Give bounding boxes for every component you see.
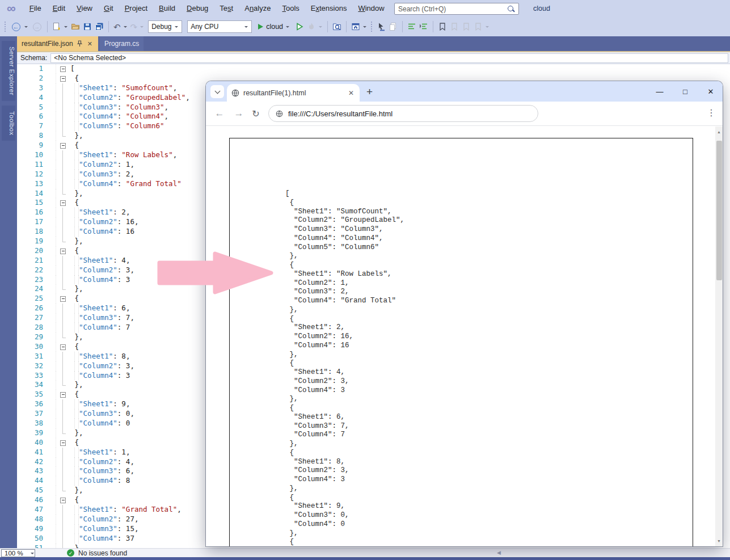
- json-line: "Sheet1": 9,: [285, 502, 404, 511]
- hscroll-left-arrow-icon[interactable]: ◀: [497, 550, 501, 555]
- browser-tab[interactable]: resultantFile(1).html ✕: [227, 84, 360, 102]
- fold-toggle-icon[interactable]: [56, 64, 70, 74]
- menu-view[interactable]: View: [71, 0, 98, 17]
- fold-toggle-icon[interactable]: [56, 390, 70, 399]
- close-tab-icon[interactable]: ✕: [347, 89, 355, 97]
- json-line: {: [285, 359, 404, 368]
- save-all-icon[interactable]: [95, 22, 104, 31]
- tab-program-cs[interactable]: Program.cs: [100, 36, 144, 51]
- reload-button[interactable]: ↻: [250, 108, 261, 119]
- new-window-icon[interactable]: [351, 22, 360, 31]
- fold-toggle-icon[interactable]: [56, 495, 70, 505]
- forward-button[interactable]: →: [233, 108, 244, 119]
- menu-edit[interactable]: Edit: [47, 0, 71, 17]
- search-input[interactable]: [398, 5, 507, 13]
- document-health-icon[interactable]: ✓: [67, 549, 74, 557]
- line-number: 40: [17, 438, 51, 448]
- toolbar-grip-handle[interactable]: [5, 22, 6, 32]
- fold-toggle-icon[interactable]: [56, 198, 70, 208]
- fold-connector: [56, 361, 70, 371]
- line-number: 7: [17, 121, 51, 131]
- fold-connector: [56, 544, 70, 548]
- chevron-down-icon[interactable]: [363, 26, 366, 30]
- line-number: 31: [17, 352, 51, 361]
- scrollbar-thumb[interactable]: [716, 141, 722, 280]
- code-text: "Column2": 4,: [70, 457, 134, 467]
- browser-menu-icon[interactable]: ⋮: [707, 107, 716, 118]
- bookmark-icon[interactable]: [438, 22, 447, 31]
- schema-select[interactable]: <No Schema Selected>: [50, 53, 728, 63]
- code-text: "Column4": 0: [70, 419, 130, 428]
- menu-window[interactable]: Window: [352, 0, 390, 17]
- address-bar[interactable]: file:///C:/Users/resultantFile.html: [268, 105, 538, 122]
- menu-debug[interactable]: Debug: [181, 0, 214, 17]
- quick-search-box[interactable]: [394, 3, 519, 15]
- menu-build[interactable]: Build: [153, 0, 181, 17]
- line-number: 16: [17, 208, 51, 217]
- maximize-button[interactable]: □: [681, 87, 689, 96]
- format-document-icon[interactable]: [407, 22, 416, 31]
- menu-test[interactable]: Test: [214, 0, 239, 17]
- toolbar-grip-handle[interactable]: [371, 22, 373, 32]
- fold-toggle-icon[interactable]: [56, 74, 70, 83]
- find-in-files-icon[interactable]: [332, 22, 341, 31]
- toolbar-separator: [402, 21, 403, 32]
- menu-extensions[interactable]: Extensions: [305, 0, 353, 17]
- line-number: 26: [17, 304, 51, 313]
- menu-analyze[interactable]: Analyze: [239, 0, 276, 17]
- minimize-button[interactable]: —: [656, 87, 664, 96]
- sidebar-tab-toolbox[interactable]: Toolbox: [2, 106, 15, 141]
- menu-tools[interactable]: Tools: [276, 0, 305, 17]
- code-text: "Sheet1": 2,: [70, 208, 130, 217]
- close-button[interactable]: ✕: [707, 87, 715, 96]
- chevron-down-icon[interactable]: [124, 26, 127, 30]
- json-line: "Sheet1": 2,: [285, 323, 404, 332]
- close-tab-icon[interactable]: ✕: [86, 40, 94, 48]
- menu-project[interactable]: Project: [119, 0, 153, 17]
- vs-toolbar: ← → ↶ ↷ Debug Any CPU: [0, 17, 730, 36]
- chevron-down-icon[interactable]: [24, 26, 28, 30]
- start-debug-button[interactable]: cloud: [256, 20, 292, 33]
- zoom-select[interactable]: 100 %: [1, 549, 35, 557]
- tab-resultantfile-json[interactable]: resultantFile.json ✕: [17, 36, 98, 51]
- undo-icon[interactable]: ↶: [113, 23, 121, 31]
- line-number: 9: [17, 141, 51, 150]
- search-icon[interactable]: [507, 5, 515, 13]
- fold-toggle-icon[interactable]: [56, 294, 70, 304]
- code-text: "Column4": 7: [70, 323, 130, 332]
- back-button[interactable]: ←: [214, 108, 225, 119]
- sidebar-tab-server-explorer[interactable]: Server Explorer: [2, 41, 15, 101]
- json-line: },: [285, 395, 404, 404]
- code-text: },: [70, 428, 83, 438]
- fold-toggle-icon[interactable]: [56, 246, 70, 256]
- solution-platform-select[interactable]: Any CPU: [187, 20, 252, 33]
- new-project-icon[interactable]: [52, 22, 61, 31]
- pin-icon[interactable]: [77, 40, 83, 47]
- menu-file[interactable]: File: [24, 0, 47, 17]
- fold-toggle-icon[interactable]: [56, 342, 70, 352]
- open-file-icon[interactable]: [71, 22, 80, 31]
- scroll-up-icon[interactable]: ▲: [715, 130, 723, 134]
- navigate-back-icon[interactable]: ←: [10, 20, 22, 33]
- fold-connector: [56, 103, 70, 112]
- new-tab-button[interactable]: +: [366, 85, 373, 99]
- editor-line[interactable]: 1[: [17, 64, 730, 74]
- solution-config-select[interactable]: Debug: [148, 20, 182, 33]
- signed-in-account[interactable]: cloud: [533, 0, 550, 17]
- code-text: "Column3": 7,: [70, 313, 134, 323]
- fold-connector: [56, 189, 70, 199]
- menu-git[interactable]: Git: [98, 0, 119, 17]
- start-without-debug-icon[interactable]: [295, 22, 304, 31]
- fold-connector: [56, 227, 70, 237]
- window-controls: — □ ✕: [656, 81, 715, 102]
- browser-scrollbar[interactable]: ▲ ▼: [715, 127, 723, 546]
- navigate-cursor-icon[interactable]: [377, 22, 386, 31]
- format-selection-icon[interactable]: [419, 22, 428, 31]
- fold-toggle-icon[interactable]: [56, 438, 70, 448]
- scroll-down-icon[interactable]: ▼: [715, 539, 723, 543]
- fold-toggle-icon[interactable]: [56, 141, 70, 150]
- line-number: 23: [17, 275, 51, 285]
- tab-search-button[interactable]: [210, 85, 224, 98]
- chevron-down-icon[interactable]: [64, 26, 67, 30]
- save-icon[interactable]: [83, 22, 92, 31]
